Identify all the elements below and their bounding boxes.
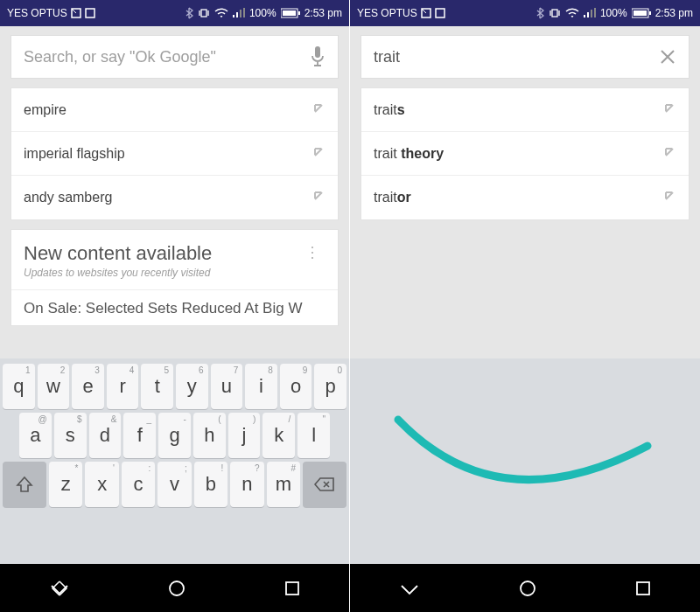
key-k[interactable]: k/ [262, 413, 295, 458]
keyboard-row: z*x'c:v;b!n?m# [3, 462, 346, 507]
key-s[interactable]: s$ [54, 413, 87, 458]
nav-bar [350, 564, 700, 612]
swipe-trail-icon [350, 358, 700, 564]
suggestion-item[interactable]: empire [11, 88, 338, 132]
key-c[interactable]: c: [122, 462, 155, 507]
key-t[interactable]: t5 [141, 364, 173, 409]
key-n[interactable]: n? [230, 462, 263, 507]
window-icon [435, 8, 445, 18]
card-title: New content available [24, 242, 212, 265]
screenshot-left: YES OPTUS 100% 2:53 pm [0, 0, 350, 612]
key-j[interactable]: j) [228, 413, 261, 458]
insert-arrow-icon[interactable] [662, 189, 676, 206]
svg-point-23 [521, 581, 535, 595]
battery-label: 100% [249, 7, 276, 19]
key-m[interactable]: m# [267, 462, 300, 507]
card-subtitle: Updates to websites you recently visited [24, 267, 212, 279]
svg-rect-22 [649, 11, 651, 15]
battery-icon [632, 8, 651, 18]
insert-arrow-icon[interactable] [312, 145, 326, 163]
key-y[interactable]: y6 [176, 364, 208, 409]
suggestion-item[interactable]: trait theory [361, 132, 689, 176]
svg-rect-8 [283, 10, 296, 16]
card-body: On Sale: Selected Sets Reduced At Big W [24, 299, 326, 318]
window-icon [85, 8, 95, 18]
key-d[interactable]: d& [89, 413, 122, 458]
status-bar: YES OPTUS 100% 2:53 pm [350, 0, 700, 26]
key-z[interactable]: z* [49, 462, 82, 507]
search-input[interactable] [374, 48, 659, 66]
key-i[interactable]: i8 [245, 364, 277, 409]
battery-label: 100% [600, 7, 627, 19]
clear-icon[interactable] [659, 48, 676, 66]
vibrate-icon [198, 8, 210, 18]
keyboard: q1w2e3r4t5y6u7i8o9p0a@s$d&f_g-h(j)k/l"z*… [0, 358, 349, 564]
nav-recent-icon[interactable] [284, 580, 301, 597]
key-f[interactable]: f_ [123, 413, 156, 458]
svg-rect-15 [552, 10, 557, 17]
suggestion-item[interactable]: traitor [361, 176, 689, 219]
key-g[interactable]: g- [158, 413, 191, 458]
nav-home-icon[interactable] [167, 579, 186, 598]
nav-back-icon[interactable] [398, 577, 421, 600]
insert-arrow-icon[interactable] [312, 189, 326, 206]
suggestion-item[interactable]: traits [361, 88, 689, 132]
mic-icon[interactable] [310, 45, 326, 68]
svg-rect-19 [594, 8, 596, 17]
svg-rect-12 [286, 582, 298, 595]
svg-rect-14 [436, 9, 444, 17]
suggestion-text: trait theory [374, 146, 444, 162]
suggestion-text: empire [24, 102, 66, 118]
insert-arrow-icon[interactable] [312, 101, 326, 119]
carrier-label: YES OPTUS [7, 7, 67, 19]
key-x[interactable]: x' [85, 462, 118, 507]
svg-point-11 [170, 581, 184, 595]
search-box[interactable] [360, 35, 690, 79]
search-box[interactable] [10, 35, 339, 79]
key-w[interactable]: w2 [38, 364, 70, 409]
key-b[interactable]: b! [194, 462, 228, 507]
key-shift[interactable] [3, 462, 46, 507]
bluetooth-icon [536, 7, 544, 19]
key-u[interactable]: u7 [211, 364, 243, 409]
svg-rect-1 [86, 9, 94, 17]
key-a[interactable]: a@ [19, 413, 52, 458]
suggestion-item[interactable]: imperial flagship [11, 132, 338, 176]
suggestion-list: empire imperial flagship andy samberg [10, 87, 339, 220]
key-q[interactable]: q1 [3, 364, 35, 409]
svg-rect-5 [240, 10, 242, 17]
svg-rect-16 [584, 15, 585, 17]
key-p[interactable]: p0 [314, 364, 346, 409]
svg-rect-10 [315, 46, 320, 58]
key-o[interactable]: o9 [280, 364, 312, 409]
nav-home-icon[interactable] [518, 579, 537, 598]
key-h[interactable]: h( [193, 413, 226, 458]
search-input[interactable] [24, 48, 310, 66]
suggestion-list: traits trait theory traitor [360, 87, 690, 220]
nav-recent-icon[interactable] [634, 580, 652, 597]
suggestion-item[interactable]: andy samberg [11, 176, 338, 219]
overflow-icon[interactable]: ⋯ [302, 241, 325, 266]
sim-icon [71, 8, 81, 18]
suggestion-text: traits [374, 102, 405, 118]
clock-label: 2:53 pm [304, 7, 342, 19]
insert-arrow-icon[interactable] [662, 101, 676, 119]
svg-rect-24 [637, 582, 649, 595]
key-l[interactable]: l" [298, 413, 330, 458]
signal-icon [233, 8, 245, 18]
clock-label: 2:53 pm [655, 7, 693, 19]
key-e[interactable]: e3 [72, 364, 104, 409]
svg-rect-18 [591, 10, 592, 17]
nav-back-icon[interactable] [48, 577, 71, 600]
insert-arrow-icon[interactable] [662, 145, 676, 163]
signal-icon [584, 8, 596, 18]
nav-bar [0, 564, 349, 612]
key-r[interactable]: r4 [107, 364, 139, 409]
wifi-icon [565, 8, 579, 18]
content-card[interactable]: New content available Updates to website… [10, 229, 339, 326]
suggestion-text: traitor [374, 190, 411, 205]
key-v[interactable]: v; [158, 462, 191, 507]
key-backspace[interactable] [303, 462, 346, 507]
svg-rect-2 [201, 10, 206, 17]
svg-rect-9 [298, 11, 300, 15]
